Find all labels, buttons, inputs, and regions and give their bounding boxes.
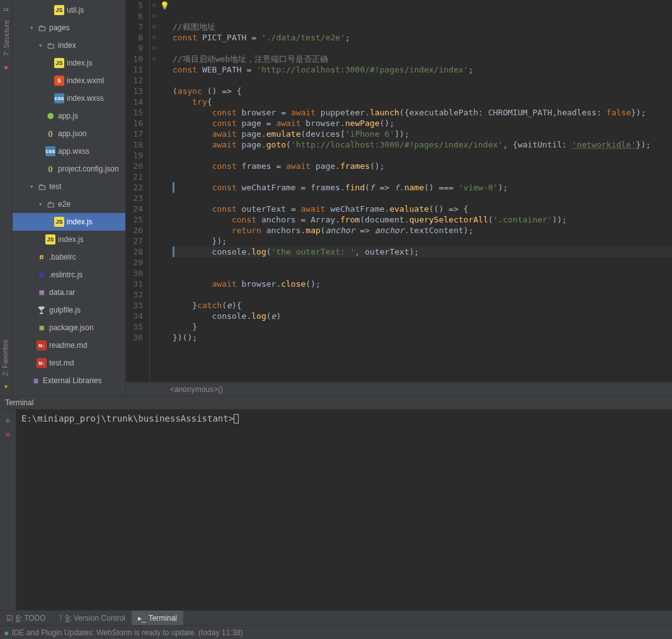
fold-mark[interactable]: ⊟ xyxy=(150,11,159,21)
breadcrumb[interactable]: <anonymous>() xyxy=(126,382,672,396)
line-number[interactable]: 12 xyxy=(130,75,143,86)
line-number[interactable]: 33 xyxy=(130,300,143,311)
project-tree[interactable]: JSutil.jspagesindexJSindex.js5index.wxml… xyxy=(13,0,126,396)
code-line[interactable] xyxy=(173,150,672,161)
tree-item-test[interactable]: test xyxy=(13,178,125,195)
chevron-down-icon[interactable] xyxy=(39,42,45,49)
code-line[interactable] xyxy=(173,171,672,182)
code-line[interactable]: console.log(e) xyxy=(173,311,672,321)
code-line[interactable]: }catch(e){ xyxy=(173,300,672,311)
tree-item-app-wxss[interactable]: cssapp.wxss xyxy=(13,142,125,160)
tree-item-data-rar[interactable]: data.rar xyxy=(13,284,125,301)
fold-mark[interactable]: ⊟ xyxy=(150,0,159,11)
tool-icon-1[interactable]: ▭ xyxy=(1,4,11,14)
code-line[interactable] xyxy=(173,268,672,279)
fold-mark[interactable]: ⊟ xyxy=(150,32,159,43)
todo-tool-button[interactable]: ☑ 6: TODO xyxy=(0,611,52,625)
line-number[interactable]: 35 xyxy=(130,321,143,332)
code-line[interactable] xyxy=(173,0,672,11)
line-number[interactable]: 25 xyxy=(130,214,143,225)
line-number[interactable]: 21 xyxy=(130,171,143,182)
tree-item-index-wxss[interactable]: cssindex.wxss xyxy=(13,89,125,107)
line-number[interactable]: 24 xyxy=(130,204,143,214)
code-line[interactable] xyxy=(173,193,672,204)
code-line[interactable] xyxy=(173,289,672,300)
line-number[interactable]: 17 xyxy=(130,129,143,139)
line-number[interactable]: 30 xyxy=(130,268,143,279)
line-number[interactable]: 23 xyxy=(130,193,143,204)
line-number[interactable]: 19 xyxy=(130,150,143,161)
line-number[interactable]: 36 xyxy=(130,332,143,343)
line-number[interactable]: 27 xyxy=(130,236,143,246)
line-number[interactable]: 29 xyxy=(130,257,143,268)
code-line[interactable] xyxy=(173,75,672,86)
fold-mark[interactable]: ⊟ xyxy=(150,21,159,32)
tree-item-e2e[interactable]: e2e xyxy=(13,195,125,213)
tree-item-index-js[interactable]: JSindex.js xyxy=(13,231,125,248)
line-number[interactable]: 22 xyxy=(130,182,143,193)
line-number[interactable]: 13 xyxy=(130,86,143,96)
code-line[interactable]: const PICT_PATH = './data/test/e2e'; xyxy=(173,32,672,43)
vcs-tool-button[interactable]: ᛉ 9: Version Control xyxy=(52,611,132,625)
code-line[interactable]: const page = await browser.newPage(); xyxy=(173,118,672,129)
tree-item-pages[interactable]: pages xyxy=(13,19,125,37)
line-number[interactable]: 32 xyxy=(130,289,143,300)
tree-item--babelrc[interactable]: .babelrc xyxy=(13,248,125,266)
code-line[interactable]: (async () => { xyxy=(173,86,672,96)
tree-item-gulpfile-js[interactable]: gulpfile.js xyxy=(13,301,125,319)
code-line[interactable] xyxy=(173,43,672,54)
line-number[interactable]: 8 xyxy=(130,32,143,43)
code-line[interactable]: //项目启动web地址，注意端口号是否正确 xyxy=(173,54,672,64)
code-line[interactable]: await page.goto('http://localhost:3000/#… xyxy=(173,139,672,150)
fold-column[interactable]: ⊟⊟⊟⊟⊟⊟ xyxy=(150,0,159,382)
star-icon[interactable]: ★ xyxy=(1,381,11,391)
chevron-down-icon[interactable] xyxy=(30,183,37,190)
tree-item-app-js[interactable]: app.js xyxy=(13,107,125,125)
tree-item-test-md[interactable]: M↓test.md xyxy=(13,354,125,372)
line-number[interactable]: 7 xyxy=(130,21,143,32)
code-line[interactable]: const frames = await page.frames(); xyxy=(173,161,672,171)
code-editor[interactable]: //截图地址const PICT_PATH = './data/test/e2e… xyxy=(170,0,672,382)
close-terminal-button[interactable]: × xyxy=(3,429,14,440)
status-message[interactable]: IDE and Plugin Updates: WebStorm is read… xyxy=(11,628,242,637)
chevron-down-icon[interactable] xyxy=(30,25,37,31)
line-number[interactable]: 9 xyxy=(130,43,143,54)
terminal-tool-button[interactable]: ▸_ Terminal xyxy=(132,611,183,625)
structure-tool-button[interactable]: 7: Structure xyxy=(3,20,10,56)
tree-item-project-config-json[interactable]: project.config.json xyxy=(13,160,125,178)
code-line[interactable]: const anchors = Array.from(document.quer… xyxy=(173,214,672,225)
terminal-content[interactable]: E:\miniapp_proj\trunk\businessAssistant> xyxy=(16,410,672,610)
code-line[interactable]: //截图地址 xyxy=(173,21,672,32)
tree-item-package-json[interactable]: package.json xyxy=(13,319,125,337)
code-line[interactable]: const outerText = await weChatFrame.eval… xyxy=(173,204,672,214)
code-line[interactable]: try{ xyxy=(173,96,672,107)
line-number[interactable]: 14 xyxy=(130,96,143,107)
favorites-tool-button[interactable]: 2: Favorites xyxy=(1,340,9,376)
line-number[interactable]: 31 xyxy=(130,279,143,289)
tree-item-index-js[interactable]: JSindex.js xyxy=(13,213,125,231)
code-line[interactable]: })(); xyxy=(173,332,672,343)
line-number[interactable]: 26 xyxy=(130,225,143,236)
intention-bulb-icon[interactable]: 💡 xyxy=(160,1,169,10)
code-line[interactable] xyxy=(173,11,672,21)
code-line[interactable]: return anchors.map(anchor => anchor.text… xyxy=(173,225,672,236)
line-number[interactable]: 18 xyxy=(130,139,143,150)
code-line[interactable] xyxy=(173,257,672,268)
line-number[interactable]: 11 xyxy=(130,64,143,75)
line-number[interactable]: 10 xyxy=(130,54,143,64)
code-line[interactable]: const browser = await puppeteer.launch({… xyxy=(173,107,672,118)
code-line[interactable]: }); xyxy=(173,236,672,246)
tree-item-index[interactable]: index xyxy=(13,37,125,54)
tree-item--eslintrc-js[interactable]: .eslintrc.js xyxy=(13,266,125,284)
tree-item-External Libraries[interactable]: External Libraries xyxy=(13,372,125,389)
code-line[interactable]: const weChatFrame = frames.find(f => f.n… xyxy=(173,182,672,193)
tool-icon-2[interactable]: ◆ xyxy=(1,62,11,72)
new-terminal-button[interactable]: + xyxy=(3,415,14,426)
line-number[interactable]: 16 xyxy=(130,118,143,129)
update-indicator-icon[interactable]: ● xyxy=(4,628,9,638)
chevron-down-icon[interactable] xyxy=(39,201,45,207)
terminal-tab[interactable]: Terminal xyxy=(0,396,672,410)
fold-mark[interactable]: ⊟ xyxy=(150,54,159,64)
tree-item-index-wxml[interactable]: 5index.wxml xyxy=(13,72,125,89)
tree-item-app-json[interactable]: app.json xyxy=(13,125,125,142)
